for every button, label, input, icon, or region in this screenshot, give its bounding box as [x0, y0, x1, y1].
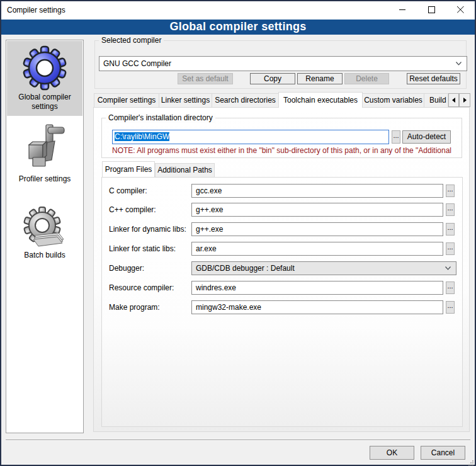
field-input[interactable]: windres.exe	[191, 281, 443, 295]
tab-linker-settings[interactable]: Linker settings	[159, 93, 212, 107]
cancel-button[interactable]: Cancel	[421, 446, 465, 460]
sidebar-item-global-compiler-settings[interactable]: Global compilersettings	[7, 41, 82, 116]
selected-text: C:\raylib\MinGW	[115, 132, 169, 141]
copy-button[interactable]: Copy	[250, 73, 295, 84]
sidebar-item-batch-builds[interactable]: Batch builds	[7, 199, 82, 267]
chevron-down-icon	[456, 62, 461, 67]
field-value: ar.exe	[196, 244, 217, 253]
tab-scroll-right-button[interactable]	[459, 93, 470, 107]
browse-button[interactable]: ...	[446, 281, 455, 294]
field-label: Linker for dynamic libs:	[109, 222, 186, 236]
field-label: Make program:	[109, 300, 160, 314]
field-label: Linker for static libs:	[109, 242, 176, 256]
field-input[interactable]: ar.exe	[191, 242, 443, 256]
ok-button[interactable]: OK	[370, 446, 414, 460]
tab-custom-variables[interactable]: Custom variables	[362, 93, 424, 107]
set-as-default-button[interactable]: Set as default	[178, 73, 233, 84]
blue-gear-icon	[21, 45, 68, 93]
debugger-select[interactable]: GDB/CDB debugger : Default	[191, 261, 456, 275]
delete-button[interactable]: Delete	[344, 73, 389, 84]
browse-button[interactable]: ...	[446, 301, 455, 314]
sidebar-item-label: Global compilersettings	[7, 93, 82, 111]
maximize-button[interactable]	[417, 1, 446, 20]
sidebar-item-label: Profiler settings	[7, 174, 82, 184]
tab-search-directories[interactable]: Search directories	[212, 93, 279, 107]
resize-grip[interactable]	[468, 458, 473, 463]
field-value: g++.exe	[196, 225, 223, 234]
field-input[interactable]: gcc.exe	[191, 184, 443, 198]
field-input[interactable]: g++.exe	[191, 222, 443, 236]
installation-directory-input[interactable]: C:\raylib\MinGW	[112, 130, 389, 144]
sidebar-item-label: Batch builds	[7, 251, 82, 260]
minimize-icon	[399, 6, 406, 15]
program-files-panel: C compiler:gcc.exe...C++ compiler:g++.ex…	[101, 177, 463, 427]
field-value: gcc.exe	[196, 186, 222, 195]
note-text: NOTE: All programs must exist either in …	[112, 146, 460, 155]
tab-build-options[interactable]: Build options	[424, 93, 448, 107]
title-bar[interactable]: Compiler settings	[1, 1, 475, 20]
field-input[interactable]: g++.exe	[191, 203, 443, 217]
minimize-button[interactable]	[388, 1, 417, 20]
field-label: Resource compiler:	[109, 281, 174, 295]
sidebar-item-profiler-settings[interactable]: Profiler settings	[7, 118, 82, 189]
tab-compiler-settings[interactable]: Compiler settings	[94, 93, 159, 107]
browse-directory-button[interactable]: ...	[392, 130, 400, 144]
field-label: C compiler:	[109, 184, 147, 198]
reset-defaults-button[interactable]: Reset defaults	[407, 73, 460, 84]
group-label: Selected compiler	[99, 36, 164, 45]
selected-compiler-group: Selected compiler GNU GCC Compiler Set a…	[94, 40, 467, 89]
rename-button[interactable]: Rename	[297, 73, 343, 84]
compiler-select-value: GNU GCC Compiler	[103, 59, 171, 68]
field-input[interactable]: mingw32-make.exe	[191, 300, 443, 314]
chevron-down-icon	[445, 266, 450, 271]
close-button[interactable]	[446, 1, 475, 20]
field-label: C++ compiler:	[109, 203, 156, 217]
field-value: windres.exe	[196, 283, 236, 292]
footer-separator	[6, 440, 470, 441]
field-value: mingw32-make.exe	[196, 303, 261, 312]
browse-button[interactable]: ...	[446, 185, 455, 197]
field-value: g++.exe	[196, 205, 223, 214]
browse-button[interactable]: ...	[446, 203, 455, 216]
settings-category-list: Global compilersettings	[6, 40, 84, 433]
toolchain-executables-panel: Compiler's installation directory C:\ray…	[93, 107, 470, 432]
close-icon	[457, 6, 464, 15]
gray-gear-stack-icon	[22, 207, 67, 250]
tab-toolchain-executables[interactable]: Toolchain executables	[278, 92, 363, 108]
browse-button[interactable]: ...	[446, 242, 455, 255]
browse-button[interactable]: ...	[446, 223, 455, 236]
field-label: Debugger:	[109, 261, 144, 275]
dialog-heading: Global compiler settings	[1, 20, 475, 35]
group-label: Compiler's installation directory	[106, 113, 215, 123]
compiler-select[interactable]: GNU GCC Compiler	[99, 56, 467, 71]
maximize-icon	[428, 6, 435, 15]
tab-scroll-left-button[interactable]	[448, 93, 459, 107]
caliper-tool-icon	[23, 123, 67, 169]
auto-detect-button[interactable]: Auto-detect	[402, 130, 451, 144]
window-title: Compiler settings	[7, 1, 65, 20]
compiler-settings-dialog: Compiler settings Global compiler settin…	[0, 0, 476, 466]
debugger-select-value: GDB/CDB debugger : Default	[196, 264, 295, 273]
tab-program-files[interactable]: Program Files	[102, 161, 155, 177]
tab-additional-paths[interactable]: Additional Paths	[155, 163, 215, 177]
